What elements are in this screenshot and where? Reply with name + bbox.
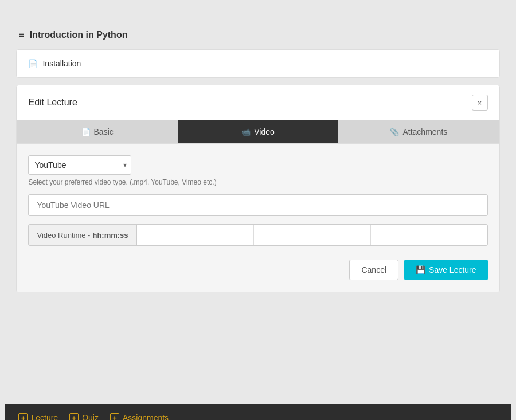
runtime-inputs: 00 00 00 <box>137 225 487 245</box>
tab-video[interactable]: 📹 Video <box>178 120 338 143</box>
assignments-label: Assignments <box>123 413 169 420</box>
assignments-plus-icon: + <box>110 413 119 420</box>
lecture-plus-icon: + <box>18 413 28 420</box>
video-type-select[interactable]: YouTube Vimeo MP4 Embed <box>28 155 131 175</box>
bottom-bar-assignments[interactable]: + Assignments <box>110 413 169 420</box>
runtime-format: hh:mm:ss <box>92 231 128 240</box>
cancel-button[interactable]: Cancel <box>349 260 398 280</box>
page-header: ≡ Introduction in Python <box>16 23 499 42</box>
tab-attachments-label: Attachments <box>402 127 447 136</box>
runtime-hours[interactable]: 00 <box>137 225 254 245</box>
runtime-label: Video Runtime - hh:mm:ss <box>29 225 136 245</box>
runtime-row: Video Runtime - hh:mm:ss 00 00 00 <box>28 224 487 246</box>
lecture-label: Lecture <box>31 413 58 420</box>
edit-lecture-title: Edit Lecture <box>28 97 77 108</box>
tab-basic-label: Basic <box>94 127 114 136</box>
page-container: ≡ Introduction in Python 📄 Installation … <box>5 11 511 420</box>
quiz-label: Quiz <box>82 413 99 420</box>
edit-lecture-body: YouTube Vimeo MP4 Embed ▾ Select your pr… <box>17 144 499 292</box>
page-title: Introduction in Python <box>30 30 128 40</box>
edit-lecture-card: Edit Lecture × 📄 Basic 📹 Video 📎 Attachm… <box>16 85 499 292</box>
main-content: ≡ Introduction in Python 📄 Installation … <box>5 11 511 404</box>
save-label: Save Lecture <box>429 265 476 274</box>
file-icon: 📄 <box>28 59 38 68</box>
bottom-bar-lecture[interactable]: + Lecture <box>18 413 58 420</box>
tab-video-label: Video <box>254 127 275 136</box>
bottom-bar-quiz[interactable]: + Quiz <box>69 413 99 420</box>
installation-label: Installation <box>42 59 81 68</box>
installation-card: 📄 Installation <box>16 49 499 78</box>
video-tab-icon: 📹 <box>241 128 251 136</box>
tabs-row: 📄 Basic 📹 Video 📎 Attachments <box>17 120 499 144</box>
action-buttons: Cancel 💾 Save Lecture <box>28 257 487 280</box>
bottom-bar: + Lecture + Quiz + Assignments <box>5 404 511 420</box>
runtime-seconds[interactable]: 00 <box>371 225 487 245</box>
save-icon: 💾 <box>416 265 425 274</box>
runtime-minutes[interactable]: 00 <box>254 225 371 245</box>
attachments-tab-icon: 📎 <box>390 128 399 136</box>
tab-attachments[interactable]: 📎 Attachments <box>338 120 499 143</box>
hamburger-icon: ≡ <box>18 30 24 40</box>
video-type-wrapper: YouTube Vimeo MP4 Embed ▾ <box>28 155 131 175</box>
quiz-plus-icon: + <box>69 413 79 420</box>
edit-lecture-header: Edit Lecture × <box>17 85 499 120</box>
tab-basic[interactable]: 📄 Basic <box>17 120 177 143</box>
youtube-url-input[interactable] <box>28 194 487 216</box>
basic-tab-icon: 📄 <box>81 128 91 136</box>
select-hint: Select your preferred video type. (.mp4,… <box>28 178 487 186</box>
close-button[interactable]: × <box>472 95 488 111</box>
save-button[interactable]: 💾 Save Lecture <box>404 260 488 280</box>
